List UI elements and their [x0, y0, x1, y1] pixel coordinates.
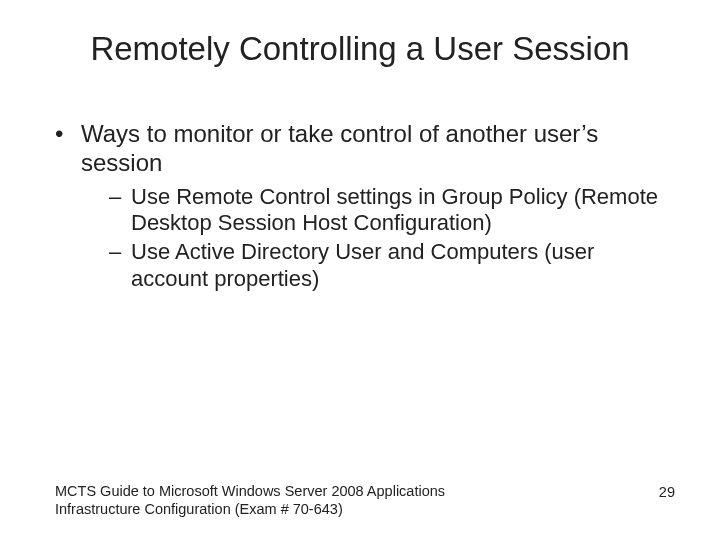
slide: Remotely Controlling a User Session Ways…	[0, 0, 720, 540]
sub-bullet-text: Use Remote Control settings in Group Pol…	[131, 184, 658, 236]
sub-bullet-list: Use Remote Control settings in Group Pol…	[81, 184, 675, 293]
bullet-list: Ways to monitor or take control of anoth…	[55, 120, 675, 293]
slide-footer: MCTS Guide to Microsoft Windows Server 2…	[55, 482, 675, 518]
sub-bullet-item: Use Remote Control settings in Group Pol…	[109, 184, 675, 238]
slide-title: Remotely Controlling a User Session	[0, 30, 720, 68]
sub-bullet-text: Use Active Directory User and Computers …	[131, 239, 594, 291]
page-number: 29	[659, 482, 675, 501]
bullet-text: Ways to monitor or take control of anoth…	[81, 120, 598, 176]
footer-text: MCTS Guide to Microsoft Windows Server 2…	[55, 482, 485, 518]
sub-bullet-item: Use Active Directory User and Computers …	[109, 239, 675, 293]
bullet-item: Ways to monitor or take control of anoth…	[55, 120, 675, 293]
slide-body: Ways to monitor or take control of anoth…	[55, 120, 675, 301]
